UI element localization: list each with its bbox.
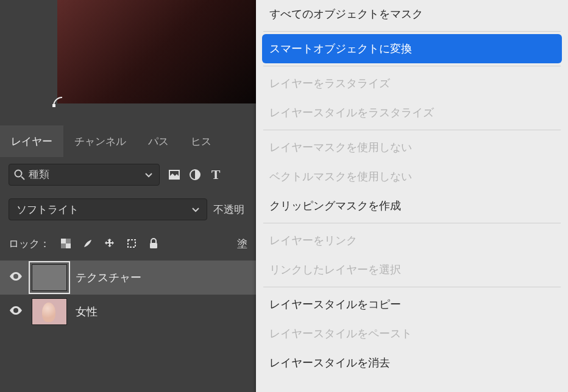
layer-context-menu: すべてのオブジェクトをマスクスマートオブジェクトに変換レイヤーをラスタライズレイ… <box>256 0 568 392</box>
menu-item: レイヤーマスクを使用しない <box>262 133 562 162</box>
lock-all-icon[interactable] <box>147 237 160 250</box>
blend-mode-value: ソフトライト <box>16 203 79 217</box>
menu-item[interactable]: スマートオブジェクトに変換 <box>262 34 562 63</box>
menu-item[interactable]: すべてのオブジェクトをマスク <box>262 0 562 29</box>
lock-transparency-icon[interactable] <box>60 237 72 250</box>
blend-row: ソフトライト 不透明 <box>0 192 256 226</box>
layer-filter-row: T <box>0 157 256 192</box>
svg-rect-5 <box>61 239 66 243</box>
panels: レイヤー チャンネル パス ヒス T ソフトライト 不透明 <box>0 125 256 329</box>
menu-item[interactable]: クリッピングマスクを作成 <box>262 191 562 220</box>
search-icon <box>13 169 26 181</box>
opacity-label: 不透明 <box>213 203 244 217</box>
menu-item: レイヤーをラスタライズ <box>262 69 562 98</box>
menu-separator <box>263 287 561 287</box>
layer-filter-input[interactable] <box>9 164 160 186</box>
document-canvas[interactable] <box>57 0 256 103</box>
menu-separator <box>263 130 561 130</box>
filter-pixel-icon[interactable] <box>168 169 180 181</box>
menu-item[interactable]: レイヤースタイルを消去 <box>262 348 562 377</box>
canvas-area <box>0 0 256 125</box>
svg-rect-7 <box>66 239 71 243</box>
tab-layers[interactable]: レイヤー <box>0 125 63 157</box>
lock-paint-icon[interactable] <box>82 237 94 250</box>
svg-rect-9 <box>128 240 135 247</box>
menu-item[interactable]: レイヤースタイルをコピー <box>262 290 562 319</box>
lock-label: ロック： <box>9 237 50 251</box>
layer-list: テクスチャー 女性 <box>0 261 256 329</box>
menu-separator <box>263 66 561 66</box>
filter-adjustment-icon[interactable] <box>189 169 201 181</box>
tab-channels[interactable]: チャンネル <box>63 125 137 157</box>
svg-line-2 <box>21 177 24 180</box>
lock-artboard-icon[interactable] <box>126 237 138 250</box>
svg-rect-0 <box>52 104 55 107</box>
svg-point-1 <box>15 170 22 177</box>
menu-item: ベクトルマスクを使用しない <box>262 162 562 191</box>
menu-separator <box>263 223 561 223</box>
menu-separator <box>263 31 561 32</box>
visibility-icon[interactable] <box>9 269 23 286</box>
fill-label: 塗 <box>237 237 247 251</box>
menu-item: レイヤースタイルをペースト <box>262 319 562 348</box>
visibility-icon[interactable] <box>9 303 23 320</box>
layer-name[interactable]: テクスチャー <box>76 270 141 285</box>
layer-thumbnail[interactable] <box>32 298 67 325</box>
svg-rect-8 <box>61 243 66 248</box>
svg-rect-10 <box>150 243 157 248</box>
blend-mode-select[interactable]: ソフトライト <box>9 198 207 220</box>
layer-thumbnail[interactable] <box>32 264 67 291</box>
svg-rect-6 <box>66 243 71 248</box>
menu-item: レイヤースタイルをラスタライズ <box>262 98 562 127</box>
layer-name[interactable]: 女性 <box>76 304 98 319</box>
layer-row[interactable]: 女性 <box>0 295 256 329</box>
chevron-down-icon <box>190 203 202 215</box>
chevron-down-icon <box>143 169 155 181</box>
lock-row: ロック： 塗 <box>0 226 256 261</box>
layer-filter-select[interactable] <box>9 164 160 186</box>
filter-type-icon[interactable]: T <box>210 169 222 181</box>
menu-item: リンクしたレイヤーを選択 <box>262 255 562 284</box>
menu-item: レイヤーをリンク <box>262 226 562 255</box>
panel-tabs: レイヤー チャンネル パス ヒス <box>0 125 256 157</box>
transform-handle-icon[interactable] <box>52 96 63 107</box>
layer-row[interactable]: テクスチャー <box>0 261 256 295</box>
tab-paths[interactable]: パス <box>137 125 180 157</box>
lock-position-icon[interactable] <box>104 237 116 250</box>
tab-history[interactable]: ヒス <box>180 125 222 157</box>
